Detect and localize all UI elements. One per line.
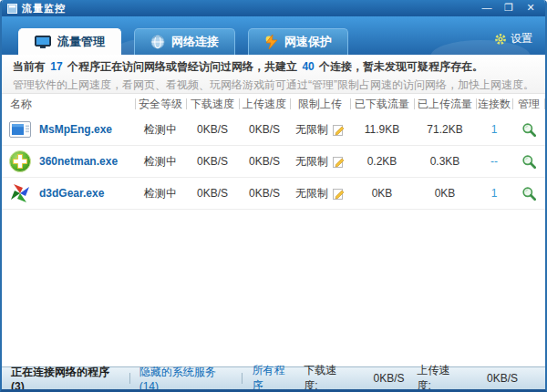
manage-magnifier-icon[interactable]: [521, 154, 537, 170]
connection-count: 40: [300, 60, 315, 73]
titlebar: 流量监控 — ❐ ✕: [2, 0, 545, 16]
upload-speed-label: 上传速度:: [418, 363, 463, 392]
manage-magnifier-icon[interactable]: [521, 186, 537, 201]
settings-button[interactable]: 设置: [494, 31, 532, 46]
limit-value: 无限制: [295, 154, 328, 170]
downloaded-total: 0KB: [350, 187, 414, 200]
link-all-programs[interactable]: 所有程序: [252, 363, 294, 392]
tab-label: 网络连接: [171, 34, 219, 50]
divider: [242, 373, 243, 384]
tab-bar: 流量管理 网络连接 网速保护: [18, 28, 348, 55]
maximize-button[interactable]: ❐: [498, 1, 520, 15]
table-header: 名称 安全等级 下载速度 上传速度 限制上传 已下载流量 已上传流量 连接数 管…: [2, 94, 545, 114]
uploaded-total: 0.3KB: [414, 155, 476, 168]
divider: [129, 373, 130, 384]
column-header-downloaded: 已下载流量: [350, 94, 414, 114]
program-name: d3dGear.exe: [39, 187, 104, 200]
connection-count-value: 1: [476, 187, 512, 200]
download-speed-value: 0KB/S: [349, 372, 404, 385]
gear-icon: [494, 33, 507, 46]
table-row[interactable]: d3dGear.exe 检测中 0KB/S 0KB/S 无限制 0KB 0KB …: [2, 178, 545, 210]
notice-hint: 管理软件的上网速度，看网页、看视频、玩网络游戏前可通过“管理”限制占网速的访问网…: [13, 77, 534, 93]
empty-area: [2, 210, 545, 366]
download-speed: 0KB/S: [186, 155, 239, 168]
monitor-icon: [35, 36, 51, 49]
window-controls: — ❐ ✕: [476, 1, 542, 15]
column-header-name: 名称: [2, 94, 135, 114]
tab-label: 网速保护: [284, 34, 332, 50]
column-header-upload-speed: 上传速度: [239, 94, 290, 114]
d3dgear-program-icon: [8, 181, 32, 205]
uploaded-total: 71.2KB: [414, 123, 476, 136]
statusbar-speeds: 下载速度: 0KB/S 上传速度: 0KB/S: [304, 363, 518, 392]
security-level: 检测中: [135, 122, 186, 138]
column-header-limit-upload: 限制上传: [290, 94, 350, 114]
app-window-icon: [7, 4, 17, 14]
column-header-uploaded: 已上传流量: [414, 94, 476, 114]
column-header-security: 安全等级: [135, 94, 186, 114]
program-name: MsMpEng.exe: [39, 123, 112, 136]
upload-speed-value: 0KB/S: [463, 372, 518, 385]
download-speed-label: 下载速度:: [304, 363, 349, 392]
360netman-program-icon: [8, 150, 32, 173]
notice-panel: 当前有 17 个程序正在访问网络或曾经访问过网络，共建立 40 个连接，暂未发现…: [2, 55, 545, 94]
notice-summary: 当前有 17 个程序正在访问网络或曾经访问过网络，共建立 40 个连接，暂未发现…: [13, 59, 534, 75]
uploaded-total: 0KB: [414, 187, 476, 200]
download-speed: 0KB/S: [186, 123, 239, 136]
edit-limit-icon[interactable]: [333, 124, 345, 136]
downloaded-total: 0.2KB: [350, 155, 414, 168]
header-band: 流量管理 网络连接 网速保护: [2, 16, 545, 55]
tab-speed-protection[interactable]: 网速保护: [248, 28, 348, 55]
downloaded-total: 11.9KB: [350, 123, 414, 136]
traffic-monitor-window: 流量监控 — ❐ ✕ 流量管理: [0, 0, 547, 392]
upload-speed: 0KB/S: [239, 123, 290, 136]
upload-speed: 0KB/S: [239, 187, 290, 200]
limit-value: 无限制: [295, 122, 328, 138]
download-speed: 0KB/S: [186, 187, 239, 200]
column-header-manage: 管理: [512, 94, 545, 114]
upload-speed: 0KB/S: [239, 155, 290, 168]
minimize-button[interactable]: —: [476, 1, 498, 15]
tab-traffic-management[interactable]: 流量管理: [18, 28, 121, 55]
security-level: 检测中: [135, 186, 186, 201]
edit-limit-icon[interactable]: [333, 156, 345, 168]
statusbar: 正在连接网络的程序(3) 隐藏的系统服务(14) 所有程序 下载速度: 0KB/…: [2, 366, 545, 389]
msmpeng-program-icon: [8, 118, 32, 141]
tab-network-connections[interactable]: 网络连接: [134, 28, 235, 55]
program-name: 360netman.exe: [39, 155, 118, 168]
settings-label: 设置: [511, 31, 532, 46]
globe-icon: [150, 35, 165, 49]
edit-limit-icon[interactable]: [333, 188, 345, 200]
table-row[interactable]: MsMpEng.exe 检测中 0KB/S 0KB/S 无限制 11.9KB 7…: [2, 114, 545, 146]
security-level: 检测中: [135, 154, 186, 170]
link-hidden-system-services[interactable]: 隐藏的系统服务(14): [139, 365, 233, 392]
filter-connected-programs[interactable]: 正在连接网络的程序(3): [11, 365, 120, 392]
table-row[interactable]: 360netman.exe 检测中 0KB/S 0KB/S 无限制 0.2KB …: [2, 146, 545, 178]
connection-count-value: --: [476, 155, 512, 168]
column-header-connections: 连接数: [476, 94, 512, 114]
program-count: 17: [48, 60, 64, 73]
close-button[interactable]: ✕: [520, 1, 542, 15]
connection-count-value: 1: [476, 123, 512, 136]
limit-value: 无限制: [295, 186, 328, 201]
window-title: 流量监控: [22, 2, 66, 15]
manage-magnifier-icon[interactable]: [521, 122, 537, 138]
column-header-download-speed: 下载速度: [186, 94, 239, 114]
tab-label: 流量管理: [57, 34, 105, 50]
lightning-icon: [264, 35, 278, 49]
